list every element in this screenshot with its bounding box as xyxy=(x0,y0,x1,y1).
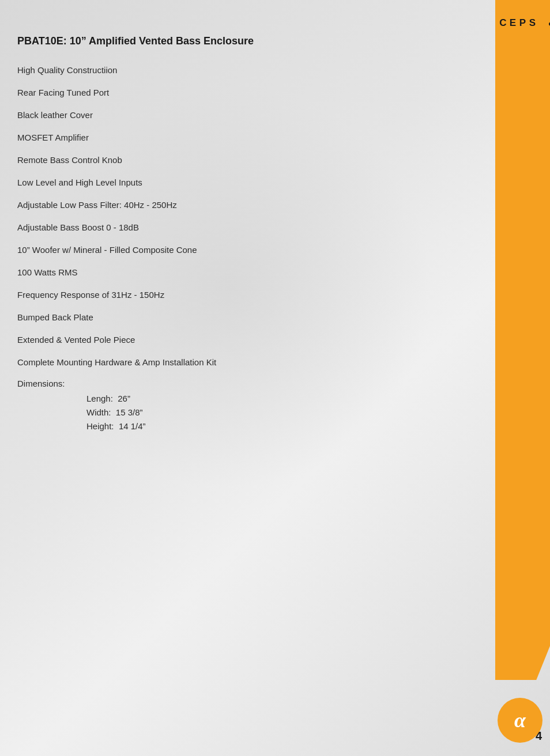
feature-item: High Quality Constructiion xyxy=(17,64,464,76)
height-value: 14 1/4” xyxy=(119,421,146,431)
page-number: 4 xyxy=(536,729,542,743)
feature-item: Rear Facing Tuned Port xyxy=(17,86,464,99)
dimensions-label: Dimensions: xyxy=(17,379,464,388)
dimensions-block: Dimensions: Lengh: 26” Width: 15 3/8” He… xyxy=(17,379,464,433)
length-label: Lengh: xyxy=(86,394,113,403)
feature-item: Frequency Response of 31Hz - 150Hz xyxy=(17,289,464,301)
feature-list: High Quality ConstructiionRear Facing Tu… xyxy=(17,64,464,368)
feature-item: 10” Woofer w/ Mineral - Filled Composite… xyxy=(17,244,464,256)
feature-item: Extended & Vented Pole Piece xyxy=(17,334,464,346)
sidebar: FEATURES&SPECIFICATIONS xyxy=(495,0,550,680)
feature-item: Bumped Back Plate xyxy=(17,311,464,323)
feature-item: Black leather Cover xyxy=(17,109,464,121)
height-label: Height: xyxy=(86,421,114,431)
main-content: PBAT10E: 10” Amplified Vented Bass Enclo… xyxy=(0,0,487,756)
length-value: 26” xyxy=(118,394,130,403)
feature-item: 100 Watts RMS xyxy=(17,266,464,278)
feature-item: MOSFET Amplifier xyxy=(17,131,464,143)
feature-item: Complete Mounting Hardware & Amp Install… xyxy=(17,356,464,368)
dimensions-detail: Lengh: 26” Width: 15 3/8” Height: 14 1/4… xyxy=(17,392,464,433)
feature-item: Remote Bass Control Knob xyxy=(17,154,464,166)
alpha-symbol-text: α xyxy=(514,710,526,731)
feature-item: Adjustable Bass Boost 0 - 18dB xyxy=(17,221,464,233)
product-title: PBAT10E: 10” Amplified Vented Bass Enclo… xyxy=(17,35,464,48)
width-value: 15 3/8” xyxy=(116,407,143,417)
width-label: Width: xyxy=(86,407,111,417)
feature-item: Adjustable Low Pass Filter: 40Hz - 250Hz xyxy=(17,199,464,211)
feature-item: Low Level and High Level Inputs xyxy=(17,176,464,188)
